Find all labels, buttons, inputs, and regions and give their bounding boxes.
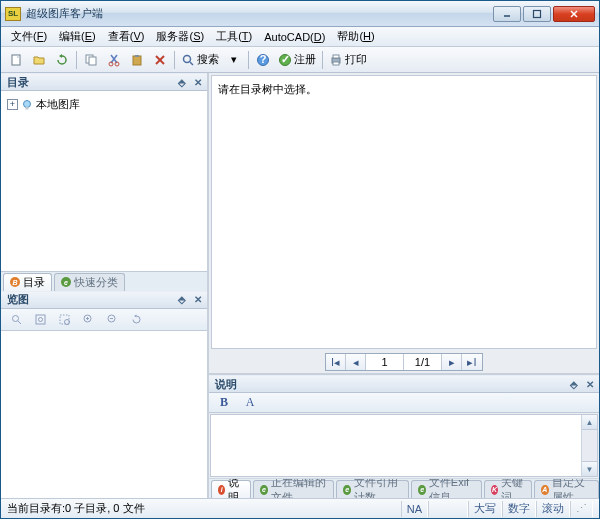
svg-rect-12 xyxy=(135,55,139,57)
bulb-icon xyxy=(21,99,33,111)
menu-edit[interactable]: 编辑(E) xyxy=(53,27,102,46)
tab-keyword[interactable]: K关键词 xyxy=(484,480,532,498)
catalog-panel-header[interactable]: 目录 ⬘ ✕ xyxy=(1,73,207,91)
tree-node-label: 本地图库 xyxy=(36,97,80,112)
page-last-button[interactable]: ▸I xyxy=(462,354,482,370)
search-dropdown[interactable]: ▾ xyxy=(223,50,245,70)
page-next-button[interactable]: ▸ xyxy=(442,354,462,370)
svg-text:✓: ✓ xyxy=(281,53,290,65)
pager: I◂ ◂ 1 1/1 ▸ ▸I xyxy=(209,351,599,373)
menu-autocad[interactable]: AutoCAD(D) xyxy=(258,29,331,45)
minimize-button[interactable] xyxy=(493,6,521,22)
description-toolbar: B A xyxy=(209,393,599,413)
window-title: 超级图库客户端 xyxy=(26,6,493,21)
edit-badge-icon: e xyxy=(260,485,267,495)
svg-rect-4 xyxy=(12,55,20,65)
tab-exif[interactable]: e文件Exif信息 xyxy=(411,480,481,498)
description-text-area[interactable]: ▲ ▼ xyxy=(210,414,598,477)
tab-ref-count[interactable]: e文件引用计数 xyxy=(336,480,409,498)
search-icon xyxy=(181,53,195,67)
search-action[interactable]: 搜索 xyxy=(178,52,222,67)
print-action[interactable]: 打印 xyxy=(326,52,370,67)
zoom-fit-icon[interactable] xyxy=(5,309,27,329)
open-icon[interactable] xyxy=(28,50,50,70)
status-caps: 大写 xyxy=(468,501,502,517)
menubar: 文件(F) 编辑(E) 查看(V) 服务器(S) 工具(T) AutoCAD(D… xyxy=(1,27,599,47)
pin-icon[interactable]: ⬘ xyxy=(175,293,189,307)
tab-custom-attr[interactable]: A自定义属性 xyxy=(534,480,599,498)
svg-point-26 xyxy=(12,315,18,321)
status-scroll: 滚动 xyxy=(536,501,570,517)
status-text: 当前目录有:0 子目录, 0 文件 xyxy=(7,501,145,516)
attr-badge-icon: A xyxy=(541,485,548,495)
zoom-window-icon[interactable] xyxy=(53,309,75,329)
scroll-up-icon[interactable]: ▲ xyxy=(582,415,597,430)
pin-icon[interactable]: ⬘ xyxy=(175,75,189,89)
menu-file[interactable]: 文件(F) xyxy=(5,27,53,46)
sort-badge-icon: e xyxy=(61,277,71,287)
description-header[interactable]: 说明 ⬘ ✕ xyxy=(209,375,599,393)
register-action[interactable]: ✓注册 xyxy=(275,52,319,67)
svg-line-27 xyxy=(18,321,21,324)
help-icon[interactable]: ? xyxy=(252,50,274,70)
refresh-icon[interactable] xyxy=(51,50,73,70)
menu-view[interactable]: 查看(V) xyxy=(102,27,151,46)
svg-rect-22 xyxy=(333,55,339,58)
menu-help[interactable]: 帮助(H) xyxy=(331,27,380,46)
new-file-icon[interactable] xyxy=(5,50,27,70)
page-prev-button[interactable]: ◂ xyxy=(346,354,366,370)
refresh-preview-icon[interactable] xyxy=(125,309,147,329)
panel-close-icon[interactable]: ✕ xyxy=(583,377,597,391)
close-button[interactable] xyxy=(553,6,595,22)
svg-point-15 xyxy=(184,55,191,62)
panel-close-icon[interactable]: ✕ xyxy=(191,75,205,89)
status-bar: 当前目录有:0 子目录, 0 文件 NA 大写 数字 滚动 ⋰ xyxy=(1,498,599,518)
print-icon xyxy=(329,53,343,67)
register-icon: ✓ xyxy=(278,53,292,67)
svg-rect-28 xyxy=(36,315,45,324)
titlebar[interactable]: SL 超级图库客户端 xyxy=(1,1,599,27)
svg-point-29 xyxy=(38,317,42,321)
maximize-button[interactable] xyxy=(523,6,551,22)
zoom-out-icon[interactable] xyxy=(101,309,123,329)
panel-close-icon[interactable]: ✕ xyxy=(191,293,205,307)
pin-icon[interactable]: ⬘ xyxy=(567,377,581,391)
page-first-button[interactable]: I◂ xyxy=(326,354,346,370)
preview-area xyxy=(1,331,207,499)
tab-quick-sort[interactable]: e快速分类 xyxy=(54,273,125,291)
copy-icon[interactable] xyxy=(80,50,102,70)
zoom-extent-icon[interactable] xyxy=(29,309,51,329)
toolbar: 搜索 ▾ ? ✓注册 打印 xyxy=(1,47,599,73)
tree-node-root[interactable]: + 本地图库 xyxy=(7,97,201,112)
text-font-icon[interactable]: A xyxy=(239,393,261,413)
app-logo-icon: SL xyxy=(5,7,21,21)
sidebar-tabs: B目录 e快速分类 xyxy=(1,271,207,291)
preview-toolbar xyxy=(1,309,207,331)
description-panel: 说明 ⬘ ✕ B A ▲ ▼ i说明 e正在编辑的文件 e文 xyxy=(209,373,599,498)
catalog-tree[interactable]: + 本地图库 xyxy=(1,91,207,271)
scrollbar-vertical[interactable]: ▲ ▼ xyxy=(581,415,597,476)
menu-tool[interactable]: 工具(T) xyxy=(210,27,258,46)
svg-rect-6 xyxy=(89,57,96,65)
delete-icon[interactable] xyxy=(149,50,171,70)
keyword-badge-icon: K xyxy=(491,485,498,495)
page-current[interactable]: 1 xyxy=(366,354,404,370)
app-window: SL 超级图库客户端 文件(F) 编辑(E) 查看(V) 服务器(S) 工具(T… xyxy=(0,0,600,519)
description-tabs: i说明 e正在编辑的文件 e文件引用计数 e文件Exif信息 K关键词 A自定义… xyxy=(209,478,599,498)
tab-editing-files[interactable]: e正在编辑的文件 xyxy=(253,480,334,498)
scroll-down-icon[interactable]: ▼ xyxy=(582,461,597,476)
text-bold-icon[interactable]: B xyxy=(213,393,235,413)
zoom-in-icon[interactable] xyxy=(77,309,99,329)
svg-point-24 xyxy=(24,100,31,107)
tab-description[interactable]: i说明 xyxy=(211,480,251,498)
paste-icon[interactable] xyxy=(126,50,148,70)
svg-rect-11 xyxy=(133,56,141,65)
main-content: 请在目录树中选择。 xyxy=(211,75,597,349)
menu-server[interactable]: 服务器(S) xyxy=(150,27,210,46)
cut-icon[interactable] xyxy=(103,50,125,70)
tree-expand-icon[interactable]: + xyxy=(7,99,18,110)
resize-grip-icon[interactable]: ⋰ xyxy=(570,501,593,517)
left-sidebar: 目录 ⬘ ✕ + 本地图库 B目录 e快速分类 览图 ⬘ ✕ xyxy=(1,73,209,498)
preview-panel-header[interactable]: 览图 ⬘ ✕ xyxy=(1,291,207,309)
tab-catalog[interactable]: B目录 xyxy=(3,273,52,291)
